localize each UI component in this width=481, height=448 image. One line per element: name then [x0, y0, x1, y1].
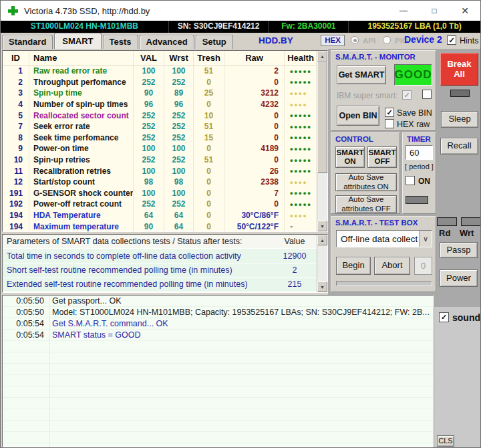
auto-save-on-button[interactable]: Auto Save attributes ON: [335, 173, 397, 191]
monitor-extra-checkbox[interactable]: [422, 90, 432, 99]
attr-raw: 3212: [224, 88, 285, 99]
main-area: ID Name VAL Wrst Tresh Raw Health 1 Raw …: [1, 49, 480, 295]
hints-checkbox[interactable]: ✓: [447, 35, 456, 45]
get-smart-button[interactable]: Get SMART: [337, 66, 386, 84]
attr-health-dots: •••••: [285, 110, 317, 121]
scroll-down-icon[interactable]: ▼: [317, 221, 327, 231]
col-header-raw[interactable]: Raw: [224, 51, 285, 66]
attr-name[interactable]: Power-on time: [29, 143, 134, 154]
scroll-up-icon[interactable]: ▲: [317, 235, 327, 245]
tab-advanced[interactable]: Advanced: [140, 35, 194, 49]
attr-raw: 4232: [224, 99, 285, 110]
attr-val: 100: [134, 66, 164, 77]
attr-wrst: 252: [164, 199, 194, 210]
attr-name[interactable]: HDA Temperature: [29, 210, 134, 221]
col-header-id[interactable]: ID: [3, 51, 29, 66]
hex-button[interactable]: HEX: [321, 35, 345, 46]
recall-button[interactable]: Recall: [440, 138, 478, 154]
close-button[interactable]: ✕: [450, 1, 480, 21]
smart-off-button[interactable]: SMART OFF: [367, 146, 397, 168]
attr-name[interactable]: Recalibration retries: [29, 165, 134, 177]
attr-id: 192: [3, 199, 29, 210]
minimize-button[interactable]: —: [388, 1, 419, 21]
hints-label: Hints: [460, 36, 478, 45]
sound-checkbox[interactable]: ✓: [439, 312, 449, 322]
pio-radio[interactable]: [383, 36, 391, 44]
maximize-button[interactable]: □: [419, 1, 450, 21]
cls-button[interactable]: CLS: [437, 435, 454, 447]
scroll-thumb[interactable]: [317, 62, 327, 173]
save-bin-checkbox[interactable]: ✓: [385, 108, 394, 117]
passp-button[interactable]: Passp: [440, 242, 478, 258]
col-header-val[interactable]: VAL: [134, 51, 164, 66]
device-selector[interactable]: Device 2: [404, 34, 442, 45]
attr-name[interactable]: Seek time perfomance: [29, 132, 134, 144]
tab-standard[interactable]: Standard: [2, 35, 53, 49]
attr-name[interactable]: Spin-up retries: [29, 154, 134, 166]
attr-name[interactable]: Maximum temperature: [29, 221, 134, 232]
smart-table-scrollbar[interactable]: ▲ ▼: [317, 51, 327, 231]
attr-raw: 0: [224, 132, 285, 144]
begin-test-button[interactable]: Begin: [336, 257, 371, 275]
attr-wrst: 98: [164, 177, 194, 188]
test-select-value: Off-line data collect: [337, 234, 419, 244]
attr-health-dots: ••••: [285, 210, 317, 221]
open-bin-button[interactable]: Open BIN: [337, 106, 379, 126]
attr-raw: 0: [224, 77, 285, 88]
attr-health-dots: •••••: [285, 165, 317, 177]
scroll-down-icon[interactable]: ▼: [317, 282, 327, 292]
attr-name[interactable]: Seek error rate: [29, 121, 134, 132]
api-radio[interactable]: [351, 36, 359, 44]
attr-name[interactable]: G-SENSOR shock counter: [29, 188, 134, 199]
timer-on-checkbox[interactable]: [406, 176, 415, 185]
tab-tests[interactable]: Tests: [103, 35, 138, 49]
attr-val: 90: [134, 221, 164, 232]
log-text: Get passport... OK: [52, 296, 122, 306]
attr-val: 252: [134, 121, 164, 132]
app-plus-icon: [7, 5, 18, 16]
drive-model: ST1000LM024 HN-M101MBB: [1, 21, 169, 33]
attr-tresh: 0: [194, 165, 224, 177]
power-button[interactable]: Power: [440, 269, 478, 287]
attr-name[interactable]: Number of spin-up times: [29, 99, 134, 110]
timer-panel: TIMER [ period ] ON: [402, 132, 436, 214]
scroll-up-icon[interactable]: ▲: [317, 51, 327, 62]
param-value: 215: [273, 277, 317, 292]
attr-name[interactable]: Power-off retract count: [29, 199, 134, 210]
sleep-button[interactable]: Sleep: [441, 111, 478, 128]
attr-wrst: 100: [164, 165, 194, 177]
chevron-down-icon[interactable]: ∨: [419, 231, 432, 247]
attr-id: 2: [3, 77, 29, 88]
tab-smart[interactable]: SMART: [54, 33, 101, 49]
write-indicator: [461, 217, 481, 226]
smart-on-button[interactable]: SMART ON: [335, 146, 365, 168]
attr-val: 252: [134, 154, 164, 166]
attr-health-dots: •••••: [285, 77, 317, 88]
abort-test-button[interactable]: Abort: [374, 257, 410, 275]
col-header-wrst[interactable]: Wrst: [164, 51, 194, 66]
attr-name[interactable]: Raw read error rate: [29, 66, 134, 77]
tab-setup[interactable]: Setup: [196, 35, 233, 49]
attr-tresh: 0: [194, 99, 224, 110]
attr-name[interactable]: Spin-up time: [29, 88, 134, 99]
attr-name[interactable]: Start/stop count: [29, 177, 134, 188]
attr-raw: 30°C/86°F: [224, 210, 285, 221]
auto-save-off-button[interactable]: Auto Save attributes OFF: [335, 195, 397, 213]
test-select-dropdown[interactable]: Off-line data collect ∨: [336, 230, 432, 247]
hddby-link[interactable]: HDD.BY: [259, 35, 293, 45]
attr-val: 98: [134, 177, 164, 188]
attr-wrst: 64: [164, 221, 194, 232]
col-header-tresh[interactable]: Tresh: [194, 51, 224, 66]
attr-val: 90: [134, 88, 164, 99]
attr-name[interactable]: Reallocated sector count: [29, 110, 134, 121]
attr-name[interactable]: Throughput perfomance: [29, 77, 134, 88]
attr-id: 194: [3, 210, 29, 221]
break-all-button[interactable]: Break All: [440, 53, 478, 86]
timer-period-input[interactable]: [406, 145, 433, 160]
col-header-health[interactable]: Health: [285, 51, 317, 66]
attr-health-dots: -: [285, 221, 317, 232]
col-header-name[interactable]: Name: [29, 51, 134, 66]
params-table-scrollbar[interactable]: ▲ ▼: [317, 235, 327, 292]
hex-raw-checkbox[interactable]: [385, 119, 394, 128]
event-log[interactable]: 0:05:50Get passport... OK 0:05:50Model: …: [2, 295, 434, 447]
